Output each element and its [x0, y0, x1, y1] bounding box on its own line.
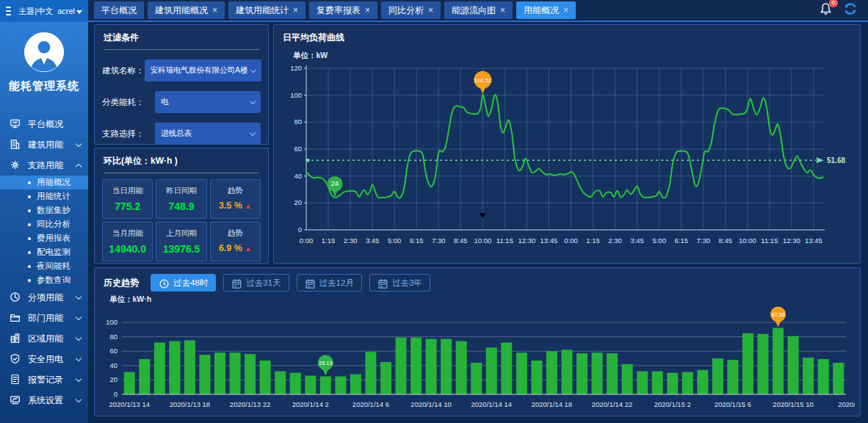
sidebar-subitem-1[interactable]: 用能统计: [0, 189, 88, 203]
sidebar-item-0[interactable]: 平台概况: [0, 114, 88, 134]
notifications-button[interactable]: 0: [819, 2, 833, 19]
history-trend-panel: 历史趋势 过去48时过去31天过去12月过去3年 单位：kW·h 0204060…: [94, 267, 861, 416]
tab-bar: 平台概况建筑用能概况×建筑用能统计×复费率报表×同比分析×能源流向图×用能概况×: [88, 0, 809, 22]
avatar: [24, 32, 64, 72]
submenu-label: 用能统计: [37, 191, 70, 202]
tab-close-icon[interactable]: ×: [365, 5, 370, 15]
svg-text:40: 40: [109, 361, 117, 369]
sidebar-subitem-3[interactable]: 同比分析: [0, 217, 88, 231]
daily-load-line-chart: 0204060801001200:001:152:303:455:006:157…: [281, 62, 853, 252]
topbar-left: 主题|中文 acrel: [0, 0, 88, 22]
svg-text:2020/1/14 22: 2020/1/14 22: [592, 400, 632, 408]
tab-close-icon[interactable]: ×: [428, 5, 433, 15]
svg-text:13:45: 13:45: [805, 236, 822, 245]
sidebar-item-label: 部门用能: [28, 312, 76, 325]
sidebar-item-label: 支路用能: [28, 159, 76, 172]
sidebar-subitem-7[interactable]: 参数查询: [0, 273, 88, 287]
svg-text:80: 80: [294, 118, 302, 126]
stat-label: 当日用能: [103, 186, 152, 196]
hamburger-menu-icon[interactable]: [6, 7, 11, 15]
tab-close-icon[interactable]: ×: [563, 5, 568, 15]
svg-text:2020/1/14 6: 2020/1/14 6: [352, 400, 389, 408]
chevron-down-icon: [250, 66, 256, 72]
history-button-label: 过去48时: [173, 278, 208, 289]
svg-text:2020/1/15: 2020/1/15: [838, 400, 855, 408]
filter-row-1: 分类能耗： 电: [95, 91, 268, 113]
history-range-button-0[interactable]: 过去48时: [151, 274, 216, 292]
bullet-icon: [28, 237, 31, 240]
svg-text:5:00: 5:00: [652, 236, 666, 245]
sidebar-item-1[interactable]: 建筑用能: [0, 134, 88, 155]
sidebar-item-5[interactable]: 区域用能: [0, 328, 88, 349]
filter-select-2[interactable]: 进线总表: [155, 123, 261, 145]
tab-close-icon[interactable]: ×: [500, 5, 505, 15]
chevron-up-icon: [76, 163, 82, 169]
filter-select-0[interactable]: 安科瑞电气股份有限公司A楼: [145, 59, 261, 82]
bullet-icon: [28, 195, 31, 198]
chevron-down-icon: [76, 355, 82, 361]
svg-text:25.13: 25.13: [319, 360, 333, 366]
profile-section: 能耗管理系统: [0, 22, 88, 93]
sidebar-item-7[interactable]: 报警记录: [0, 369, 88, 390]
svg-text:60: 60: [294, 145, 302, 153]
tab-1[interactable]: 建筑用能概况×: [148, 1, 225, 19]
user-menu[interactable]: acrel: [57, 7, 82, 15]
svg-text:13:45: 13:45: [540, 236, 558, 245]
pie-icon: [10, 292, 21, 303]
sidebar-item-label: 安全用电: [28, 353, 76, 366]
sidebar-subitem-0[interactable]: 用能概况: [0, 176, 88, 189]
tab-2[interactable]: 建筑用能统计×: [228, 1, 305, 19]
sidebar-subitem-4[interactable]: 费用报表: [0, 231, 88, 245]
tab-0[interactable]: 平台概况: [94, 1, 144, 19]
sidebar-subitem-6[interactable]: 夜间能耗: [0, 259, 88, 273]
bullet-icon: [28, 223, 31, 226]
submenu-label: 同比分析: [37, 219, 70, 230]
filter-panel-title: 过滤条件: [95, 25, 268, 49]
svg-text:8:45: 8:45: [719, 236, 733, 245]
svg-text:7:30: 7:30: [432, 236, 446, 245]
sidebar-subitem-2[interactable]: 数据集抄: [0, 203, 88, 217]
refresh-button[interactable]: [843, 1, 858, 19]
branch-icon: [10, 159, 21, 170]
tab-5[interactable]: 能源流向图×: [444, 1, 513, 19]
stat-label: 上月同期: [156, 228, 206, 239]
svg-text:2020/1/13 22: 2020/1/13 22: [230, 400, 270, 408]
svg-text:20: 20: [294, 198, 302, 206]
tab-close-icon[interactable]: ×: [212, 5, 217, 15]
svg-text:100.52: 100.52: [474, 77, 492, 84]
svg-text:20: 20: [109, 375, 117, 383]
app-title: 能耗管理系统: [0, 79, 88, 93]
tab-3[interactable]: 复费率报表×: [309, 1, 377, 19]
svg-text:0: 0: [298, 225, 302, 234]
filter-select-1[interactable]: 电: [155, 91, 261, 113]
chevron-down-icon: [76, 375, 82, 381]
theme-language-switcher[interactable]: 主题|中文: [18, 6, 53, 17]
history-range-button-2[interactable]: 过去12月: [297, 274, 362, 292]
chevron-down-icon: [76, 140, 82, 146]
svg-text:2020/1/14 2: 2020/1/14 2: [292, 400, 329, 408]
svg-text:2020/1/13 14: 2020/1/13 14: [109, 400, 150, 408]
svg-text:0:00: 0:00: [564, 236, 578, 245]
sidebar-subitem-5[interactable]: 配电监测: [0, 245, 88, 259]
sidebar-item-4[interactable]: 部门用能: [0, 308, 88, 328]
svg-text:120: 120: [290, 64, 302, 72]
sidebar-item-6[interactable]: 安全用电: [0, 349, 88, 369]
svg-text:2020/1/14 14: 2020/1/14 14: [471, 400, 512, 408]
history-range-button-1[interactable]: 过去31天: [223, 274, 289, 292]
sidebar-item-2[interactable]: 支路用能: [0, 155, 88, 176]
tab-label: 建筑用能概况: [155, 4, 208, 17]
stat-value: 13976.5: [156, 243, 206, 255]
sidebar: 能耗管理系统 平台概况 建筑用能 支路用能用能概况用能统计数据集抄同比分析费用报…: [0, 22, 88, 423]
tab-close-icon[interactable]: ×: [293, 5, 298, 15]
history-range-button-3[interactable]: 过去3年: [369, 274, 430, 292]
submenu-label: 费用报表: [37, 233, 70, 244]
sidebar-item-8[interactable]: 系统设置: [0, 390, 88, 411]
refresh-icon: [843, 1, 858, 16]
daily-load-panel: 日平均负荷曲线 单位：kW 0204060801001200:001:152:3…: [273, 24, 861, 264]
sidebar-item-3[interactable]: 分项用能: [0, 287, 88, 308]
tab-4[interactable]: 同比分析×: [381, 1, 441, 19]
tab-6[interactable]: 用能概况×: [516, 1, 576, 19]
submenu-label: 配电监测: [37, 247, 70, 258]
stat-cell: 当日用能 775.2: [102, 179, 153, 219]
svg-text:10:00: 10:00: [739, 236, 756, 245]
